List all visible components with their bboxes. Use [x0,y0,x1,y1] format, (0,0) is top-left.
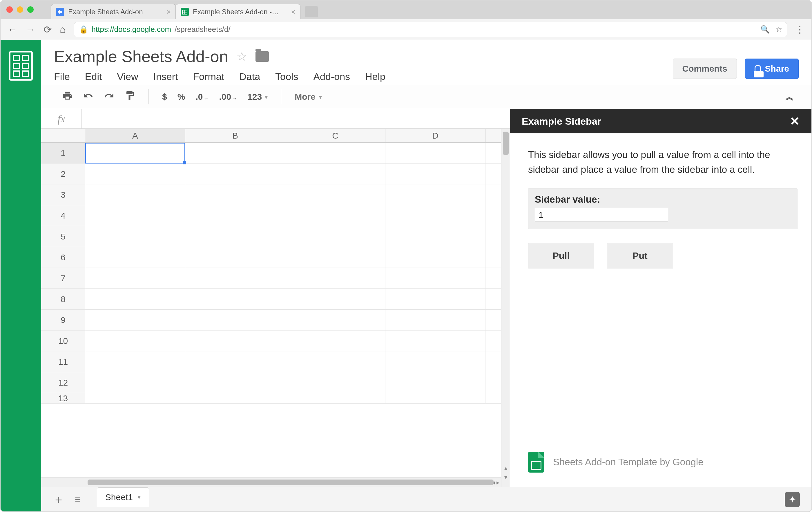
close-icon[interactable]: ✕ [790,115,800,128]
row-header[interactable]: 9 [41,310,85,331]
row-header[interactable]: 12 [41,372,85,393]
share-button[interactable]: Share [745,59,799,79]
cell[interactable] [486,268,501,289]
nav-forward-icon[interactable]: → [26,24,35,35]
cell[interactable] [185,184,285,205]
percent-button[interactable]: % [177,92,185,102]
cell[interactable] [385,351,486,372]
col-header-d[interactable]: D [385,129,486,142]
cell[interactable] [185,372,285,393]
grid-body[interactable]: 1 2 3 4 5 6 7 8 9 10 [41,143,501,477]
row-header[interactable]: 10 [41,331,85,351]
row-header[interactable]: 6 [41,247,85,268]
cell[interactable] [385,268,486,289]
cell[interactable] [486,205,501,226]
cell[interactable] [85,268,185,289]
sheet-tab-sheet1[interactable]: Sheet1 ▾ [97,487,149,507]
browser-tab-0[interactable]: Example Sheets Add-on × [51,4,176,19]
close-window-icon[interactable] [6,6,13,13]
zoom-icon[interactable]: 🔍 [760,25,770,34]
cell[interactable] [285,310,385,331]
menu-addons[interactable]: Add-ons [313,71,350,82]
cell[interactable] [385,163,486,184]
document-title[interactable]: Example Sheets Add-on [54,47,228,66]
cell[interactable] [486,163,501,184]
undo-icon[interactable] [83,90,93,103]
nav-reload-icon[interactable]: ⟳ [44,24,52,35]
cell[interactable] [285,184,385,205]
increase-decimal-button[interactable]: .00→ [219,92,237,102]
row-header[interactable]: 5 [41,226,85,247]
cell[interactable] [385,247,486,268]
nav-back-icon[interactable]: ← [7,24,18,35]
paint-format-icon[interactable] [125,90,135,103]
cell[interactable] [85,289,185,310]
minimize-window-icon[interactable] [17,6,23,13]
row-header[interactable]: 3 [41,184,85,205]
cell-a1[interactable] [85,143,185,163]
row-header[interactable]: 13 [41,393,85,403]
scroll-right-icon[interactable]: ▸ [496,479,499,486]
address-bar[interactable]: 🔒 https://docs.google.com/spreadsheets/d… [74,22,787,37]
add-sheet-icon[interactable]: ＋ [53,491,64,507]
menu-insert[interactable]: Insert [153,71,178,82]
cell[interactable] [285,331,385,351]
menu-edit[interactable]: Edit [85,71,102,82]
scroll-down-icon[interactable]: ▾ [504,474,507,481]
pull-button[interactable]: Pull [528,243,594,268]
cell[interactable] [285,289,385,310]
cell[interactable] [185,247,285,268]
row-header[interactable]: 7 [41,268,85,289]
cell[interactable] [285,247,385,268]
select-all-corner[interactable] [41,129,85,142]
cell[interactable] [185,143,285,163]
move-folder-icon[interactable] [256,51,269,62]
row-header[interactable]: 2 [41,163,85,184]
cell[interactable] [85,226,185,247]
cell[interactable] [85,184,185,205]
bookmark-star-icon[interactable]: ☆ [776,25,782,34]
cell[interactable] [185,310,285,331]
cell[interactable] [285,143,385,163]
close-tab-icon[interactable]: × [291,8,295,16]
cell[interactable] [85,310,185,331]
chevron-down-icon[interactable]: ▾ [138,493,141,501]
menu-format[interactable]: Format [193,71,225,82]
cell[interactable] [385,289,486,310]
new-tab-button[interactable] [305,6,318,18]
cell[interactable] [85,351,185,372]
cell[interactable] [486,351,501,372]
cell[interactable] [185,268,285,289]
cell[interactable] [486,143,501,163]
sheets-logo-icon[interactable] [9,51,33,81]
number-format-dropdown[interactable]: 123▾ [248,92,268,102]
menu-tools[interactable]: Tools [275,71,298,82]
row-header[interactable]: 11 [41,351,85,372]
row-header[interactable]: 4 [41,205,85,226]
cell[interactable] [385,184,486,205]
cell[interactable] [285,268,385,289]
nav-home-icon[interactable]: ⌂ [60,24,66,35]
col-header-c[interactable]: C [285,129,385,142]
scroll-thumb[interactable] [88,480,494,485]
browser-tab-1[interactable]: Example Sheets Add-on - Goo… × [176,4,300,19]
cell[interactable] [486,184,501,205]
cell[interactable] [85,247,185,268]
horizontal-scrollbar[interactable]: ◂ ▸ [41,477,501,487]
cell[interactable] [385,393,486,403]
cell[interactable] [486,372,501,393]
cell[interactable] [85,163,185,184]
close-tab-icon[interactable]: × [167,8,171,16]
vertical-scrollbar[interactable]: ▴ ▾ [501,129,510,487]
cell[interactable] [85,393,185,403]
cell[interactable] [385,143,486,163]
cell[interactable] [285,163,385,184]
print-icon[interactable] [62,90,72,103]
cell[interactable] [486,310,501,331]
cell[interactable] [185,351,285,372]
maximize-window-icon[interactable] [27,6,34,13]
sidebar-value-input[interactable] [535,208,668,222]
cell[interactable] [285,226,385,247]
menu-data[interactable]: Data [239,71,260,82]
cell[interactable] [385,226,486,247]
